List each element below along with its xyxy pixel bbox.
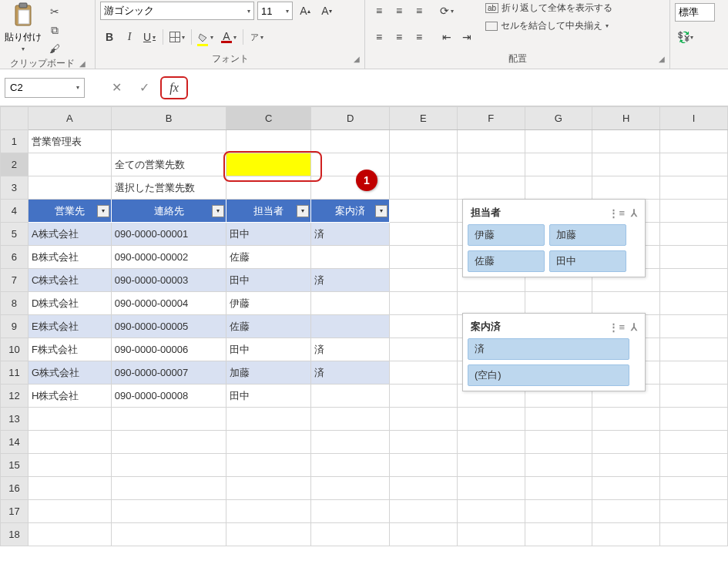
col-header-G[interactable]: G xyxy=(525,107,592,130)
ribbon-group-clipboard: 貼り付け ▾ ✂ ⧉ 🖌 クリップボード◢ xyxy=(0,0,96,69)
svg-rect-2 xyxy=(18,10,29,24)
col-header-B[interactable]: B xyxy=(111,107,226,130)
multiselect-icon[interactable]: ⋮≡ xyxy=(609,321,625,333)
border-button[interactable]: ▾ xyxy=(167,28,187,46)
cell[interactable]: 営業管理表 xyxy=(28,130,111,153)
row-header[interactable]: 1 xyxy=(1,130,29,153)
slicer-title: 案内済 xyxy=(471,320,501,334)
cell[interactable]: 全ての営業先数 xyxy=(111,153,226,176)
col-header-C[interactable]: C xyxy=(226,107,311,130)
callout-one: 1 xyxy=(356,170,377,191)
slicer-item[interactable]: 済 xyxy=(468,338,629,360)
font-name-select[interactable]: 游ゴシック▾ xyxy=(100,2,254,20)
slicer-tantousha[interactable]: 担当者 ⋮≡ ⅄ 伊藤 加藤 佐藤 田中 xyxy=(462,199,646,277)
clear-filter-icon[interactable]: ⅄ xyxy=(631,207,637,219)
alignment-launcher-icon[interactable]: ◢ xyxy=(659,55,665,63)
align-bottom-icon[interactable]: ≡ xyxy=(410,2,428,20)
col-header-D[interactable]: D xyxy=(311,107,390,130)
font-launcher-icon[interactable]: ◢ xyxy=(354,55,360,63)
filter-icon[interactable]: ▾ xyxy=(297,205,309,217)
cell-c2-active[interactable] xyxy=(226,153,311,176)
phonetic-button[interactable]: ア▾ xyxy=(247,28,266,46)
increase-font-icon[interactable]: A▴ xyxy=(296,2,314,20)
table-header[interactable]: 営業先▾ xyxy=(28,200,111,223)
enter-formula-icon[interactable]: ✓ xyxy=(133,78,156,98)
bold-button[interactable]: B xyxy=(100,28,119,46)
cell[interactable]: 選択した営業先数 xyxy=(111,176,226,200)
col-header-A[interactable]: A xyxy=(28,107,111,130)
paste-icon[interactable] xyxy=(12,2,35,29)
decrease-font-icon[interactable]: A▾ xyxy=(317,2,336,20)
increase-indent-icon[interactable]: ⇥ xyxy=(458,28,476,46)
filter-icon[interactable]: ▾ xyxy=(97,205,109,217)
row-header[interactable]: 4 xyxy=(1,200,29,223)
col-header-I[interactable]: I xyxy=(660,107,728,130)
accounting-format-icon[interactable]: 💱▾ xyxy=(675,28,696,46)
clipboard-group-label: クリップボード xyxy=(10,57,75,70)
row-header[interactable]: 3 xyxy=(1,176,29,200)
align-right-icon[interactable]: ≡ xyxy=(410,28,428,46)
insert-function-button[interactable]: fx xyxy=(160,76,188,99)
orientation-icon[interactable]: ⟳▾ xyxy=(438,2,456,20)
name-box[interactable]: C2▾ xyxy=(5,78,85,98)
font-color-button[interactable]: A▾ xyxy=(219,28,239,46)
ribbon-group-number: 標準 💱▾ xyxy=(670,0,728,69)
font-group-label: フォント xyxy=(212,52,249,65)
col-header-E[interactable]: E xyxy=(389,107,457,130)
clear-filter-icon[interactable]: ⅄ xyxy=(631,321,637,333)
decrease-indent-icon[interactable]: ⇤ xyxy=(438,28,456,46)
table-header[interactable]: 案内済▾ xyxy=(311,200,390,223)
cut-icon[interactable]: ✂ xyxy=(48,5,62,18)
filter-icon[interactable]: ▾ xyxy=(375,205,387,217)
slicer-item[interactable]: (空白) xyxy=(468,364,629,386)
col-header-H[interactable]: H xyxy=(592,107,660,130)
copy-icon[interactable]: ⧉ xyxy=(48,23,62,37)
align-left-icon[interactable]: ≡ xyxy=(370,28,388,46)
slicer-item[interactable]: 伊藤 xyxy=(468,224,545,246)
italic-button[interactable]: I xyxy=(120,28,139,46)
worksheet: A B C D E F G H I 1営業管理表 2全ての営業先数 3選択した営… xyxy=(0,106,728,546)
slicer-annaizumi[interactable]: 案内済 ⋮≡ ⅄ 済 (空白) xyxy=(462,313,646,391)
clipboard-launcher-icon[interactable]: ◢ xyxy=(79,59,86,68)
ribbon-group-font: 游ゴシック▾ 11▾ A▴ A▾ B I U▾ ▾ ▾ A▾ ア▾ xyxy=(96,0,365,69)
select-all-corner[interactable] xyxy=(1,107,29,130)
slicer-item[interactable]: 田中 xyxy=(549,250,626,272)
table-header[interactable]: 連絡先▾ xyxy=(111,200,226,223)
ribbon-group-alignment: ≡ ≡ ≡ ⟳▾ ≡ ≡ ≡ ⇤ ⇥ ab 折り返して全 xyxy=(365,0,670,69)
slicer-title: 担当者 xyxy=(471,206,501,220)
alignment-group-label: 配置 xyxy=(508,52,527,65)
font-size-select[interactable]: 11▾ xyxy=(257,2,293,20)
table-header[interactable]: 担当者▾ xyxy=(226,200,311,223)
paste-label[interactable]: 貼り付け xyxy=(5,31,42,44)
wrap-text-button[interactable]: ab 折り返して全体を表示する xyxy=(485,2,612,15)
number-format-select[interactable]: 標準 xyxy=(675,3,715,22)
row-header[interactable]: 2 xyxy=(1,153,29,176)
filter-icon[interactable]: ▾ xyxy=(212,205,224,217)
underline-button[interactable]: U▾ xyxy=(140,28,159,46)
align-top-icon[interactable]: ≡ xyxy=(370,2,388,20)
svg-rect-1 xyxy=(19,3,27,8)
slicer-item[interactable]: 佐藤 xyxy=(468,250,545,272)
multiselect-icon[interactable]: ⋮≡ xyxy=(609,207,625,219)
formula-input[interactable] xyxy=(193,78,723,98)
align-center-icon[interactable]: ≡ xyxy=(390,28,408,46)
cancel-formula-icon[interactable]: ✕ xyxy=(105,78,128,98)
format-painter-icon[interactable]: 🖌 xyxy=(48,42,62,55)
ribbon: 貼り付け ▾ ✂ ⧉ 🖌 クリップボード◢ 游ゴシック▾ 11▾ A▴ A▾ xyxy=(0,0,728,69)
merge-center-button[interactable]: セルを結合して中央揃え ▾ xyxy=(485,19,612,32)
paste-dropdown-icon[interactable]: ▾ xyxy=(22,45,25,52)
formula-bar: C2▾ ✕ ✓ fx xyxy=(0,69,728,106)
slicer-item[interactable]: 加藤 xyxy=(549,224,626,246)
align-middle-icon[interactable]: ≡ xyxy=(390,2,408,20)
col-header-F[interactable]: F xyxy=(457,107,525,130)
